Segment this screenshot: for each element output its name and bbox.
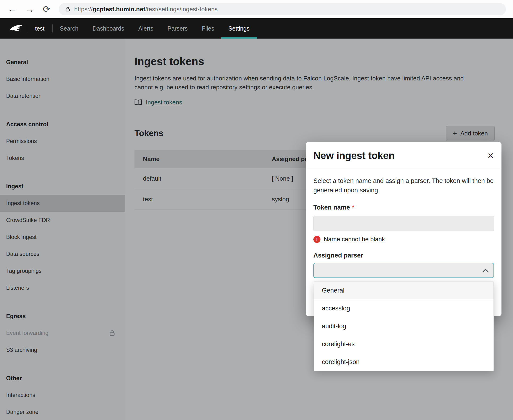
address-bar[interactable]: https://gcptest.humio.net/test/settings/… xyxy=(59,3,506,15)
validation-error: ! Name cannot be blank xyxy=(313,236,494,243)
nav-tab-settings[interactable]: Settings xyxy=(221,18,256,38)
parser-dropdown: General accesslog audit-log corelight-es… xyxy=(314,281,494,371)
page: ← → ⟳ https://gcptest.humio.net/test/set… xyxy=(0,0,513,420)
crowdstrike-logo[interactable] xyxy=(6,18,27,38)
required-asterisk: * xyxy=(352,204,355,211)
dropdown-group-general: General xyxy=(314,281,493,299)
browser-reload-button[interactable]: ⟳ xyxy=(43,5,50,14)
dialog-body: Select a token name and assign a parser.… xyxy=(306,168,501,278)
dialog-title: New ingest token xyxy=(313,150,394,161)
token-name-label-text: Token name xyxy=(313,204,350,211)
browser-back-button[interactable]: ← xyxy=(8,5,17,14)
nav-tab-alerts[interactable]: Alerts xyxy=(131,18,160,38)
url-host: gcptest.humio.net xyxy=(93,6,145,13)
repository-name[interactable]: test xyxy=(27,18,52,38)
assigned-parser-label: Assigned parser xyxy=(313,252,494,259)
nav-tab-search[interactable]: Search xyxy=(53,18,85,38)
nav-tab-parsers[interactable]: Parsers xyxy=(160,18,195,38)
close-icon[interactable]: ✕ xyxy=(487,152,494,160)
token-name-label: Token name * xyxy=(313,204,494,211)
top-nav: test Search Dashboards Alerts Parsers Fi… xyxy=(0,18,513,38)
url-scheme: https:// xyxy=(74,6,93,13)
falcon-icon xyxy=(9,24,23,33)
url-text: https://gcptest.humio.net/test/settings/… xyxy=(74,6,218,13)
tls-lock-icon[interactable] xyxy=(65,6,71,12)
token-name-input[interactable] xyxy=(313,216,494,231)
dropdown-option-audit-log[interactable]: audit-log xyxy=(314,317,493,335)
error-icon: ! xyxy=(313,236,320,243)
url-path: /test/settings/ingest-tokens xyxy=(145,6,218,13)
dropdown-option-corelight-es[interactable]: corelight-es xyxy=(314,335,493,353)
browser-forward-button[interactable]: → xyxy=(25,5,34,14)
chevron-up-icon xyxy=(482,269,489,273)
dialog-description: Select a token name and assign a parser.… xyxy=(313,176,494,195)
dropdown-option-corelight-json[interactable]: corelight-json xyxy=(314,353,493,371)
dialog-header: New ingest token ✕ xyxy=(306,142,501,168)
assigned-parser-label-text: Assigned parser xyxy=(313,252,363,259)
parser-combobox[interactable] xyxy=(313,263,494,278)
dropdown-option-accesslog[interactable]: accesslog xyxy=(314,299,493,317)
browser-chrome: ← → ⟳ https://gcptest.humio.net/test/set… xyxy=(0,0,513,18)
error-message: Name cannot be blank xyxy=(324,236,385,243)
nav-tab-dashboards[interactable]: Dashboards xyxy=(86,18,131,38)
nav-tab-files[interactable]: Files xyxy=(195,18,221,38)
